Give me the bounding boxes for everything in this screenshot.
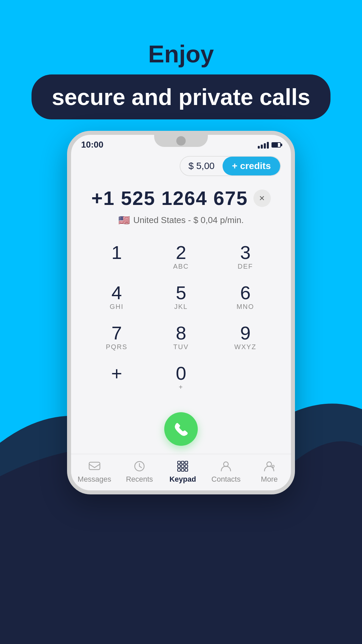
key-3[interactable]: 3 DEF bbox=[219, 238, 272, 275]
more-icon bbox=[262, 460, 276, 473]
key-8-letters: TUV bbox=[173, 343, 189, 351]
key-0[interactable]: 0 + bbox=[154, 359, 208, 395]
svg-rect-10 bbox=[185, 469, 188, 471]
phone-number-display: +1 525 1264 675 bbox=[91, 187, 248, 209]
key-plus[interactable]: + bbox=[90, 359, 143, 395]
nav-label-contacts: Contacts bbox=[212, 475, 241, 484]
flag-icon: 🇺🇸 bbox=[118, 215, 130, 226]
header-section: Enjoy secure and private calls bbox=[0, 0, 362, 119]
keypad: 1 2 ABC 3 DEF 4 GHI 5 bbox=[71, 232, 291, 406]
svg-rect-3 bbox=[181, 461, 184, 464]
clear-button[interactable]: × bbox=[253, 190, 271, 207]
credits-badge: $ 5,00 + credits bbox=[180, 156, 281, 176]
key-9-number: 9 bbox=[240, 323, 250, 343]
svg-rect-7 bbox=[185, 465, 188, 468]
key-9[interactable]: 9 WXYZ bbox=[219, 318, 272, 355]
phone-notch bbox=[154, 135, 208, 147]
keypad-row-1: 1 2 ABC 3 DEF bbox=[84, 238, 278, 275]
key-0-letters: + bbox=[179, 383, 183, 391]
nav-item-keypad[interactable]: Keypad bbox=[168, 460, 198, 484]
svg-rect-9 bbox=[181, 469, 184, 471]
svg-point-13 bbox=[272, 465, 274, 467]
keypad-row-3: 7 PQRS 8 TUV 9 WXYZ bbox=[84, 318, 278, 355]
svg-rect-2 bbox=[178, 461, 180, 464]
nav-label-recents: Recents bbox=[126, 475, 153, 484]
battery-fill bbox=[272, 143, 278, 147]
recents-icon bbox=[133, 460, 146, 473]
key-3-number: 3 bbox=[240, 242, 250, 263]
key-2-letters: ABC bbox=[173, 263, 189, 270]
tagline-text: secure and private calls bbox=[52, 84, 310, 110]
key-empty bbox=[219, 359, 272, 395]
svg-rect-4 bbox=[185, 461, 188, 464]
credits-amount: $ 5,00 bbox=[180, 157, 223, 175]
call-button-row bbox=[71, 406, 291, 454]
signal-bars bbox=[258, 141, 269, 149]
status-time: 10:00 bbox=[81, 140, 104, 150]
key-7-letters: PQRS bbox=[106, 343, 128, 351]
nav-item-more[interactable]: More bbox=[254, 460, 284, 484]
country-row: 🇺🇸 United States - $ 0,04 p/min. bbox=[71, 213, 291, 232]
key-7-number: 7 bbox=[111, 323, 122, 343]
status-right bbox=[258, 141, 281, 149]
key-6-letters: MNO bbox=[237, 303, 254, 311]
enjoy-heading: Enjoy bbox=[0, 40, 362, 68]
phone-mockup: 10:00 $ 5,00 + credits +1 5 bbox=[67, 131, 295, 494]
tagline-badge: secure and private calls bbox=[32, 74, 330, 119]
nav-item-contacts[interactable]: Contacts bbox=[211, 460, 241, 484]
nav-label-more: More bbox=[261, 475, 278, 484]
contacts-icon bbox=[219, 460, 233, 473]
key-6[interactable]: 6 MNO bbox=[219, 278, 272, 315]
nav-label-messages: Messages bbox=[78, 475, 111, 484]
country-rate: United States - $ 0,04 p/min. bbox=[133, 215, 244, 225]
messages-icon bbox=[88, 460, 101, 473]
add-credits-button[interactable]: + credits bbox=[223, 157, 280, 175]
keypad-row-4: + 0 + bbox=[84, 359, 278, 395]
signal-bar-3 bbox=[264, 143, 266, 149]
bottom-nav: Messages Recents bbox=[71, 454, 291, 490]
key-5-letters: JKL bbox=[174, 303, 188, 311]
key-6-number: 6 bbox=[240, 282, 250, 303]
key-1-number: 1 bbox=[111, 242, 122, 263]
key-5-number: 5 bbox=[176, 282, 186, 303]
phone-frame: 10:00 $ 5,00 + credits +1 5 bbox=[67, 131, 295, 494]
key-7[interactable]: 7 PQRS bbox=[90, 318, 143, 355]
key-9-letters: WXYZ bbox=[234, 343, 256, 351]
phone-camera bbox=[176, 136, 186, 146]
key-plus-symbol: + bbox=[111, 363, 122, 384]
svg-rect-8 bbox=[178, 469, 180, 471]
key-2-number: 2 bbox=[176, 242, 186, 263]
nav-label-keypad: Keypad bbox=[169, 475, 196, 484]
phone-number-row: +1 525 1264 675 × bbox=[71, 181, 291, 213]
phone-call-icon bbox=[172, 420, 190, 438]
svg-rect-5 bbox=[178, 465, 180, 468]
credits-row: $ 5,00 + credits bbox=[71, 153, 291, 181]
signal-bar-4 bbox=[267, 142, 269, 149]
key-0-number: 0 bbox=[176, 363, 186, 384]
key-4-number: 4 bbox=[111, 282, 122, 303]
nav-item-messages[interactable]: Messages bbox=[78, 460, 111, 484]
key-2[interactable]: 2 ABC bbox=[154, 238, 208, 275]
clear-icon: × bbox=[259, 194, 264, 203]
key-8-number: 8 bbox=[176, 323, 186, 343]
signal-bar-2 bbox=[261, 145, 263, 149]
key-4[interactable]: 4 GHI bbox=[90, 278, 143, 315]
nav-item-recents[interactable]: Recents bbox=[124, 460, 155, 484]
keypad-icon bbox=[176, 460, 189, 473]
svg-rect-0 bbox=[89, 462, 100, 470]
battery-icon bbox=[272, 142, 281, 148]
call-button[interactable] bbox=[164, 412, 198, 446]
key-1[interactable]: 1 bbox=[90, 238, 143, 275]
svg-rect-6 bbox=[181, 465, 184, 468]
key-4-letters: GHI bbox=[110, 303, 124, 311]
signal-bar-1 bbox=[258, 146, 260, 149]
key-3-letters: DEF bbox=[238, 263, 253, 270]
key-5[interactable]: 5 JKL bbox=[154, 278, 208, 315]
key-8[interactable]: 8 TUV bbox=[154, 318, 208, 355]
keypad-row-2: 4 GHI 5 JKL 6 MNO bbox=[84, 278, 278, 315]
